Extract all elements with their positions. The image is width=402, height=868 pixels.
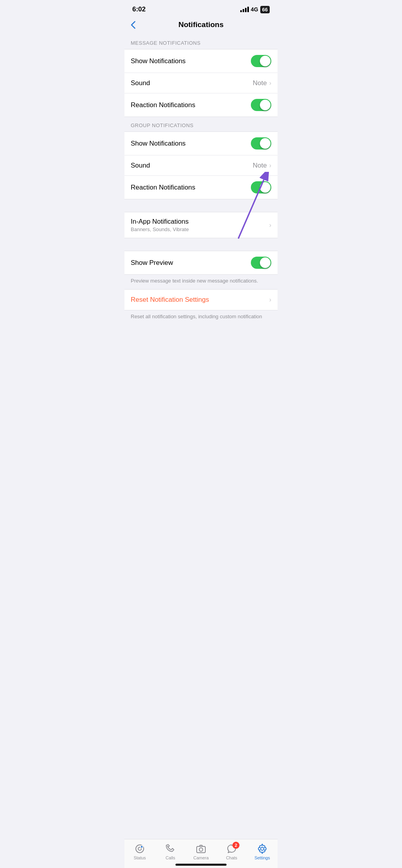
toggle-knob [260, 257, 270, 268]
show-preview-item: Show Preview [124, 251, 278, 274]
reset-notification-section: Reset Notification Settings › [124, 289, 278, 310]
grp-sound-chevron-icon: › [269, 162, 271, 169]
status-time: 6:02 [132, 5, 146, 13]
msg-show-notifications-item: Show Notifications [124, 49, 278, 73]
msg-sound-item[interactable]: Sound Note › [124, 73, 278, 93]
network-type: 4G [251, 6, 258, 13]
toggle-knob [260, 100, 270, 110]
reset-notification-item[interactable]: Reset Notification Settings › [124, 290, 278, 310]
grp-reaction-notifications-label: Reaction Notifications [131, 184, 195, 191]
back-button[interactable] [131, 21, 135, 29]
toggle-knob [260, 56, 270, 66]
page-title: Notifications [178, 20, 223, 29]
back-chevron-icon [131, 21, 135, 29]
show-preview-note: Preview message text inside new message … [124, 275, 278, 289]
grp-sound-value: Note [253, 162, 267, 170]
status-bar: 6:02 4G 66 [124, 0, 278, 16]
nav-header: Notifications [124, 16, 278, 35]
in-app-notifications-content: In-App Notifications Banners, Sounds, Vi… [131, 218, 189, 232]
msg-sound-label: Sound [131, 79, 150, 87]
msg-show-notifications-label: Show Notifications [131, 57, 186, 65]
toggle-knob [260, 138, 270, 149]
msg-show-notifications-toggle[interactable] [251, 55, 271, 67]
reset-notification-note: Reset all notification settings, includi… [124, 310, 278, 325]
msg-sound-value: Note [253, 79, 267, 87]
show-preview-label: Show Preview [131, 259, 173, 267]
in-app-notifications-label: In-App Notifications [131, 218, 189, 226]
status-icons: 4G 66 [240, 6, 270, 13]
grp-sound-right: Note › [253, 162, 271, 170]
show-preview-section: Show Preview [124, 251, 278, 275]
reset-notification-label: Reset Notification Settings [131, 296, 209, 304]
grp-show-notifications-toggle[interactable] [251, 137, 271, 150]
grp-show-notifications-label: Show Notifications [131, 140, 186, 148]
battery-indicator: 66 [260, 6, 270, 13]
message-notifications-header: MESSAGE NOTIFICATIONS [124, 35, 278, 49]
msg-reaction-notifications-item: Reaction Notifications [124, 93, 278, 117]
grp-show-notifications-item: Show Notifications [124, 132, 278, 155]
battery-level: 66 [262, 7, 268, 13]
grp-sound-label: Sound [131, 162, 150, 170]
signal-bar-4 [247, 7, 249, 12]
msg-sound-chevron-icon: › [269, 80, 271, 87]
in-app-notifications-sublabel: Banners, Sounds, Vibrate [131, 226, 189, 232]
show-preview-toggle[interactable] [251, 257, 271, 269]
msg-reaction-notifications-label: Reaction Notifications [131, 101, 195, 109]
signal-bars [240, 7, 249, 12]
svg-line-1 [238, 180, 264, 239]
reset-notification-chevron-icon: › [269, 296, 271, 303]
group-notifications-header: GROUP NOTIFICATIONS [124, 117, 278, 131]
message-notifications-section: Show Notifications Sound Note › Reaction… [124, 49, 278, 117]
signal-bar-1 [240, 10, 242, 12]
msg-reaction-notifications-toggle[interactable] [251, 99, 271, 111]
signal-bar-2 [243, 9, 244, 12]
annotation-arrow [199, 172, 278, 243]
signal-bar-3 [245, 8, 247, 12]
msg-sound-right: Note › [253, 79, 271, 87]
